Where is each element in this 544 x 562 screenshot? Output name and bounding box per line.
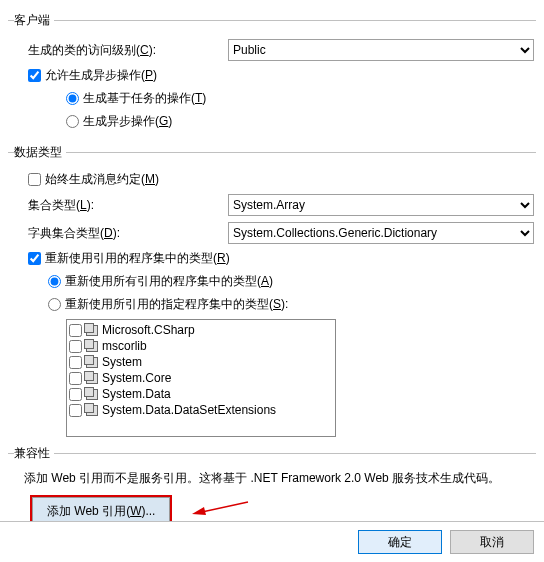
- assembly-icon: [86, 357, 98, 368]
- compatibility-legend: 兼容性: [14, 445, 54, 462]
- assembly-item[interactable]: System.Data: [69, 386, 333, 402]
- collection-type-label: 集合类型(L):: [28, 198, 94, 212]
- assembly-checkbox[interactable]: [69, 372, 82, 385]
- task-based-label: 生成基于任务的操作(T): [83, 90, 206, 107]
- compatibility-text: 添加 Web 引用而不是服务引用。这将基于 .NET Framework 2.0…: [8, 466, 536, 497]
- collection-type-select[interactable]: System.Array: [228, 194, 534, 216]
- compatibility-group: 兼容性 添加 Web 引用而不是服务引用。这将基于 .NET Framework…: [8, 445, 536, 526]
- allow-async-label: 允许生成异步操作(P): [45, 67, 157, 84]
- reuse-specified-label: 重新使用所引用的指定程序集中的类型(S):: [65, 296, 288, 313]
- assembly-name: System.Data.DataSetExtensions: [102, 403, 276, 417]
- async-op-label: 生成异步操作(G): [83, 113, 172, 130]
- message-contract-checkbox[interactable]: [28, 173, 41, 186]
- assembly-item[interactable]: mscorlib: [69, 338, 333, 354]
- assembly-item[interactable]: System.Core: [69, 370, 333, 386]
- allow-async-checkbox[interactable]: [28, 69, 41, 82]
- assembly-icon: [86, 389, 98, 400]
- assembly-icon: [86, 341, 98, 352]
- message-contract-label: 始终生成消息约定(M): [45, 171, 159, 188]
- assembly-checkbox[interactable]: [69, 356, 82, 369]
- reuse-types-checkbox[interactable]: [28, 252, 41, 265]
- data-type-group: 数据类型 始终生成消息约定(M) 集合类型(L): System.Array 字…: [8, 144, 536, 437]
- access-level-label: 生成的类的访问级别(C):: [28, 43, 156, 57]
- assembly-checkbox[interactable]: [69, 388, 82, 401]
- assembly-name: System.Data: [102, 387, 171, 401]
- assembly-checkbox[interactable]: [69, 404, 82, 417]
- assembly-item[interactable]: Microsoft.CSharp: [69, 322, 333, 338]
- data-type-legend: 数据类型: [14, 144, 66, 161]
- dictionary-type-label: 字典集合类型(D):: [28, 226, 120, 240]
- assembly-item[interactable]: System.Data.DataSetExtensions: [69, 402, 333, 418]
- access-level-select[interactable]: Public: [228, 39, 534, 61]
- reuse-types-label: 重新使用引用的程序集中的类型(R): [45, 250, 230, 267]
- task-based-radio[interactable]: [66, 92, 79, 105]
- async-op-radio[interactable]: [66, 115, 79, 128]
- reuse-all-radio[interactable]: [48, 275, 61, 288]
- dialog-footer: 确定 取消: [0, 521, 544, 562]
- client-group: 客户端 生成的类的访问级别(C): Public 允许生成异步操作(P) 生成基…: [8, 12, 536, 136]
- assembly-name: System.Core: [102, 371, 171, 385]
- client-legend: 客户端: [14, 12, 54, 29]
- assembly-item[interactable]: System: [69, 354, 333, 370]
- assembly-icon: [86, 325, 98, 336]
- assembly-icon: [86, 405, 98, 416]
- reuse-specified-radio[interactable]: [48, 298, 61, 311]
- reuse-all-label: 重新使用所有引用的程序集中的类型(A): [65, 273, 273, 290]
- assembly-name: Microsoft.CSharp: [102, 323, 195, 337]
- assembly-icon: [86, 373, 98, 384]
- dictionary-type-select[interactable]: System.Collections.Generic.Dictionary: [228, 222, 534, 244]
- assembly-name: mscorlib: [102, 339, 147, 353]
- assembly-checkbox[interactable]: [69, 324, 82, 337]
- cancel-button[interactable]: 取消: [450, 530, 534, 554]
- ok-button[interactable]: 确定: [358, 530, 442, 554]
- assembly-checkbox[interactable]: [69, 340, 82, 353]
- assemblies-listbox[interactable]: Microsoft.CSharpmscorlibSystemSystem.Cor…: [66, 319, 336, 437]
- assembly-name: System: [102, 355, 142, 369]
